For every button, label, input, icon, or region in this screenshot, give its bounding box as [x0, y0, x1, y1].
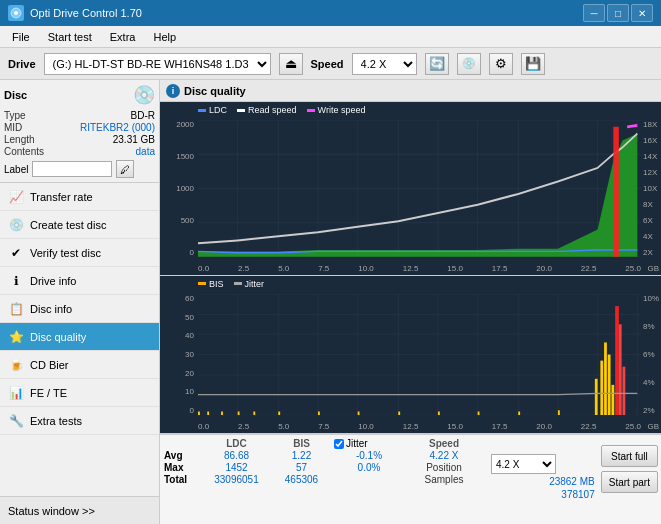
svg-rect-52: [600, 360, 603, 415]
svg-rect-45: [358, 411, 360, 415]
chart2-x-unit: GB: [647, 422, 659, 431]
max-bis: 57: [269, 462, 334, 473]
drive-select[interactable]: (G:) HL-DT-ST BD-RE WH16NS48 1.D3: [44, 53, 271, 75]
verify-test-disc-icon: ✔: [8, 245, 24, 261]
sidebar-item-cd-bier[interactable]: 🍺 CD Bier: [0, 351, 159, 379]
chart-ldc: LDC Read speed Write speed 2000 1500: [160, 102, 661, 276]
read-speed-label: Read speed: [248, 105, 297, 115]
save-button[interactable]: 💾: [521, 53, 545, 75]
svg-rect-39: [207, 411, 209, 415]
disc-quality-icon-badge: i: [166, 84, 180, 98]
chart2-y-left: 60 50 40 30 20 10 0: [160, 294, 196, 415]
label-row: Label 🖊: [4, 160, 155, 178]
minimize-button[interactable]: ─: [583, 4, 605, 22]
write-speed-label: Write speed: [318, 105, 366, 115]
drive-eject-button[interactable]: ⏏: [279, 53, 303, 75]
disc-quality-icon: ⭐: [8, 329, 24, 345]
chart1-legend: LDC Read speed Write speed: [198, 105, 365, 115]
disc-panel: Disc 💿 Type BD-R MID RITEKBR2 (000) Leng…: [0, 80, 159, 183]
nav-label-extra-tests: Extra tests: [30, 415, 82, 427]
svg-rect-49: [518, 411, 520, 415]
stats-speed-select[interactable]: 4.2 X: [491, 454, 556, 474]
drive-bar: Drive (G:) HL-DT-ST BD-RE WH16NS48 1.D3 …: [0, 48, 661, 80]
sidebar-item-disc-info[interactable]: 📋 Disc info: [0, 295, 159, 323]
menu-extra[interactable]: Extra: [102, 29, 144, 45]
stats-area: LDC BIS Jitter Speed Avg 86.68: [160, 434, 661, 524]
disc-mid-row: MID RITEKBR2 (000): [4, 122, 155, 133]
sidebar-item-verify-test-disc[interactable]: ✔ Verify test disc: [0, 239, 159, 267]
disc-contents-row: Contents data: [4, 146, 155, 157]
nav-label-transfer-rate: Transfer rate: [30, 191, 93, 203]
contents-value: data: [136, 146, 155, 157]
sidebar-item-create-test-disc[interactable]: 💿 Create test disc: [0, 211, 159, 239]
legend-jitter: Jitter: [234, 279, 265, 289]
position-value: 23862 MB: [491, 476, 595, 487]
disc-quality-header: i Disc quality: [160, 80, 661, 102]
refresh-button[interactable]: 🔄: [425, 53, 449, 75]
svg-rect-46: [398, 411, 400, 415]
label-btn[interactable]: 🖊: [116, 160, 134, 178]
type-value: BD-R: [131, 110, 155, 121]
total-label: Total: [164, 474, 204, 485]
maximize-button[interactable]: □: [607, 4, 629, 22]
bis-label: BIS: [209, 279, 224, 289]
avg-bis: 1.22: [269, 450, 334, 461]
label-input[interactable]: [32, 161, 112, 177]
stats-table: LDC BIS Jitter Speed Avg 86.68: [160, 435, 488, 503]
sidebar-item-fe-te[interactable]: 📊 FE / TE: [0, 379, 159, 407]
length-label: Length: [4, 134, 35, 145]
label-text: Label: [4, 164, 28, 175]
stats-avg-row: Avg 86.68 1.22 -0.1% 4.22 X: [164, 450, 484, 461]
nav-label-create-test-disc: Create test disc: [30, 219, 106, 231]
jitter-label2: Jitter: [245, 279, 265, 289]
nav-label-disc-info: Disc info: [30, 303, 72, 315]
avg-jitter: -0.1%: [334, 450, 404, 461]
window-controls: ─ □ ✕: [583, 4, 653, 22]
disc-title: Disc: [4, 89, 27, 101]
speed-label: Speed: [311, 58, 344, 70]
cd-bier-icon: 🍺: [8, 357, 24, 373]
sidebar-item-drive-info[interactable]: ℹ Drive info: [0, 267, 159, 295]
legend-ldc: LDC: [198, 105, 227, 115]
svg-rect-55: [611, 385, 614, 415]
jitter-checkbox[interactable]: [334, 439, 344, 449]
svg-rect-47: [438, 411, 440, 415]
svg-rect-38: [198, 411, 200, 415]
action-buttons: Start full Start part: [598, 435, 661, 503]
menu-help[interactable]: Help: [145, 29, 184, 45]
burn-button[interactable]: 💿: [457, 53, 481, 75]
chart1-x-labels: 0.0 2.5 5.0 7.5 10.0 12.5 15.0 17.5 20.0…: [198, 264, 641, 273]
close-button[interactable]: ✕: [631, 4, 653, 22]
speed-select[interactable]: 4.2 X: [352, 53, 417, 75]
chart2-legend: BIS Jitter: [198, 279, 264, 289]
fe-te-icon: 📊: [8, 385, 24, 401]
chart-bis: BIS Jitter 60 50 40 30 20 10 0: [160, 276, 661, 434]
chart1-y-right: 18X 16X 14X 12X 10X 8X 6X 4X 2X: [641, 120, 661, 257]
svg-marker-19: [613, 127, 619, 257]
sidebar-item-extra-tests[interactable]: 🔧 Extra tests: [0, 407, 159, 435]
app-icon: [8, 5, 24, 21]
speed-row: 4.2 X: [491, 454, 595, 474]
status-window-button[interactable]: Status window >>: [0, 496, 159, 524]
start-part-button[interactable]: Start part: [601, 471, 658, 493]
sidebar-item-disc-quality[interactable]: ⭐ Disc quality: [0, 323, 159, 351]
settings-button[interactable]: ⚙: [489, 53, 513, 75]
svg-rect-41: [238, 411, 240, 415]
nav-label-disc-quality: Disc quality: [30, 331, 86, 343]
menu-start-test[interactable]: Start test: [40, 29, 100, 45]
start-full-button[interactable]: Start full: [601, 445, 658, 467]
chart1-svg: [198, 120, 641, 257]
title-bar: Opti Drive Control 1.70 ─ □ ✕: [0, 0, 661, 26]
svg-rect-57: [619, 324, 622, 415]
chart2-x-labels: 0.0 2.5 5.0 7.5 10.0 12.5 15.0 17.5 20.0…: [198, 422, 641, 431]
menu-file[interactable]: File: [4, 29, 38, 45]
disc-length-row: Length 23.31 GB: [4, 134, 155, 145]
stats-total-row: Total 33096051 465306 Samples: [164, 474, 484, 485]
chart2-y-right: 10% 8% 6% 4% 2%: [641, 294, 661, 415]
length-value: 23.31 GB: [113, 134, 155, 145]
sidebar-item-transfer-rate[interactable]: 📈 Transfer rate: [0, 183, 159, 211]
status-window-label: Status window >>: [8, 505, 95, 517]
mid-value: RITEKBR2 (000): [80, 122, 155, 133]
legend-bis: BIS: [198, 279, 224, 289]
svg-rect-42: [253, 411, 255, 415]
